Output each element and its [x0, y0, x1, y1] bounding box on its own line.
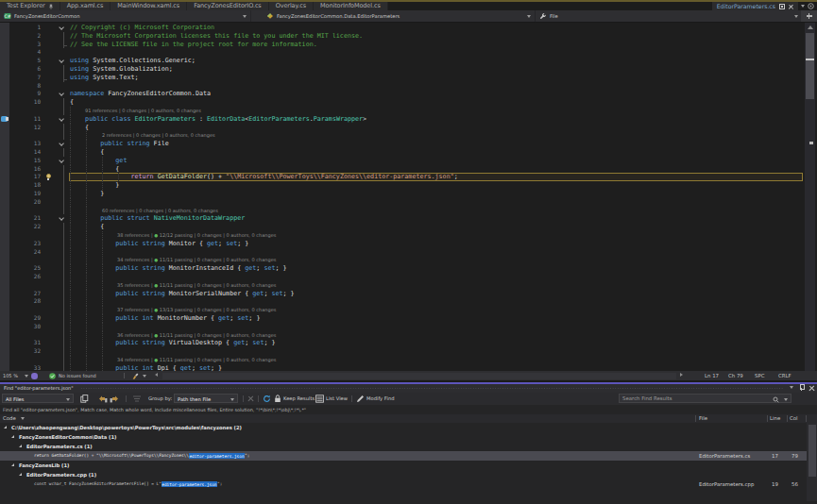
find-result-group-row[interactable]: C:\Users\zhaopengwang\Desktop\powertoys\…	[0, 423, 807, 432]
tab-monitorinfomodel-cs[interactable]: MonitorInfoModel.cs	[314, 2, 388, 10]
next-location-icon[interactable]	[110, 395, 119, 403]
column-line[interactable]: Line	[770, 414, 780, 424]
hscroll-left-arrow-icon[interactable]	[155, 373, 158, 377]
pin-icon[interactable]	[799, 384, 804, 391]
code-cleanup-chevron-icon[interactable]	[143, 375, 146, 378]
codelens-row[interactable]: 38 references | ● 12/12 passing | 0 chan…	[0, 231, 805, 240]
cancel-search-icon[interactable]	[248, 396, 253, 401]
split-window-button[interactable]	[801, 10, 817, 22]
column-code[interactable]: Code	[3, 414, 16, 424]
lightbulb-icon[interactable]	[45, 174, 51, 180]
no-issues-check-icon[interactable]	[49, 373, 56, 379]
keep-results-label[interactable]: Keep Results	[283, 393, 315, 405]
results-vertical-scrollbar[interactable]	[807, 423, 817, 501]
modify-find-pencil-icon[interactable]	[356, 395, 365, 403]
status-spaces-indicator[interactable]: SPC	[755, 371, 764, 380]
outlining-collapse-chevron-icon[interactable]	[60, 142, 63, 145]
hscroll-right-arrow-icon[interactable]	[680, 373, 683, 377]
code-line-4: 4	[0, 48, 805, 57]
column-col[interactable]: Col	[790, 414, 798, 424]
find-panel-title: Find "editor-parameters.json"	[4, 384, 73, 393]
find-result-group-row[interactable]: EditorParameters.cs (1)	[0, 442, 807, 451]
status-line-number[interactable]: Ln 17	[705, 371, 719, 380]
find-result-group-row[interactable]: FancyZonesEditorCommon\Data (1)	[0, 432, 807, 442]
codelens-row[interactable]: 37 references | ● 13/13 passing | 0 chan…	[0, 306, 805, 314]
outlining-collapse-chevron-icon[interactable]	[60, 216, 63, 220]
tab-overlay-cs[interactable]: Overlay.cs	[269, 2, 314, 10]
close-tab-icon[interactable]	[789, 4, 792, 8]
tab-editorparameters-preview[interactable]: EditorParameters.cs	[712, 2, 798, 10]
search-options-chevron-icon[interactable]	[784, 398, 788, 401]
codelens-row[interactable]: 35 references | ● 11/11 passing | 0 chan…	[0, 281, 805, 290]
files-filter-combo[interactable]: All Files	[2, 394, 74, 403]
zoom-chevron-icon[interactable]	[25, 375, 28, 378]
project-dropdown[interactable]: C# FancyZonesEditorCommon	[0, 10, 251, 22]
codelens-row[interactable]: 91 references | 0 changes | 0 authors, 0…	[0, 107, 805, 115]
codelens-text: 91 references | 0 changes | 0 authors, 0…	[85, 107, 201, 115]
tab-app-xaml-cs[interactable]: App.xaml.cs	[60, 2, 111, 10]
find-result-group-row[interactable]: EditorParameters.cpp (1)	[0, 470, 807, 479]
keep-open-icon[interactable]	[779, 4, 785, 9]
type-dropdown[interactable]: FancyZonesEditorCommon.Data.EditorParame…	[251, 10, 536, 22]
match-text: editor-parameters.json	[189, 453, 245, 459]
code-text: public struct NativeMonitorDataWrapper	[70, 214, 245, 223]
results-column-header: Code File Line Col	[0, 414, 817, 424]
tree-expanded-arrow-icon[interactable]	[19, 473, 22, 476]
outlining-collapse-chevron-icon[interactable]	[60, 25, 63, 29]
column-code-chevron-icon[interactable]	[21, 417, 25, 420]
token-pl: Monitor {	[165, 240, 207, 247]
code-cleanup-broom-icon[interactable]	[132, 373, 140, 380]
status-line-ending[interactable]: CRLF	[778, 371, 791, 380]
close-panel-icon[interactable]	[809, 385, 814, 390]
find-result-match-row[interactable]: const wchar_t FancyZonesEditorParameters…	[0, 479, 807, 489]
find-result-group-row[interactable]: FancyZonesLib (1)	[0, 461, 807, 470]
pinned-tab-pin-icon[interactable]	[49, 4, 53, 9]
outlining-collapse-chevron-icon[interactable]	[60, 92, 63, 95]
member-dropdown[interactable]: File	[536, 10, 817, 22]
results-scrollbar-thumb[interactable]	[808, 425, 816, 477]
tab-mainwindow-xaml-cs[interactable]: MainWindow.xaml.cs	[111, 2, 187, 10]
column-file[interactable]: File	[699, 414, 707, 424]
refresh-icon[interactable]	[263, 395, 271, 403]
codelens-row[interactable]: 34 references | ● 11/11 passing | 0 chan…	[0, 256, 805, 264]
copy-icon[interactable]	[80, 395, 89, 403]
group-by-combo[interactable]: Path then File	[174, 394, 238, 403]
health-indicator-icon[interactable]	[31, 373, 38, 379]
tree-expanded-arrow-icon[interactable]	[4, 426, 7, 428]
find-result-match-row[interactable]: return GetDataFolder() + "\\Microsoft\\P…	[0, 451, 807, 461]
tree-expanded-arrow-icon[interactable]	[19, 445, 22, 447]
tab-test-explorer[interactable]: Test Explorer	[0, 2, 60, 10]
options-circle-icon[interactable]	[808, 3, 814, 9]
codelens-row[interactable]: 34 references | ● 11/11 passing | 0 chan…	[0, 356, 805, 364]
tab-fancyzoneseditorio-cs[interactable]: FancyZonesEditorIO.cs	[187, 2, 269, 10]
status-column-number[interactable]: Ch 79	[728, 371, 743, 380]
list-view-icon[interactable]	[315, 395, 324, 403]
zoom-level[interactable]: 105 %	[3, 371, 18, 380]
codelens-row[interactable]: 2 references | 0 changes | 0 authors, 0 …	[0, 131, 805, 140]
token-ty: EditorParameters	[134, 115, 195, 123]
tree-expanded-arrow-icon[interactable]	[11, 463, 14, 466]
list-view-label[interactable]: List View	[326, 393, 348, 405]
keep-results-lock-icon[interactable]	[274, 395, 281, 403]
scroll-up-arrow-icon[interactable]	[808, 25, 813, 29]
find-panel-titlebar[interactable]: Find "editor-parameters.json"	[0, 384, 817, 393]
outlining-collapse-chevron-icon[interactable]	[60, 117, 63, 121]
hscrollbar-thumb[interactable]	[162, 373, 676, 379]
indent-guide	[70, 207, 71, 215]
codelens-row[interactable]: 60 references | 0 changes | 0 authors, 0…	[0, 207, 805, 215]
code-editor[interactable]: 1// Copyright (c) Microsoft Corporation2…	[0, 23, 817, 371]
document-list-chevron-icon[interactable]	[801, 5, 805, 8]
issues-status-text[interactable]: No issues found	[59, 371, 96, 380]
search-find-results-input[interactable]: Search Find Results	[619, 394, 791, 403]
previous-location-icon[interactable]	[98, 395, 108, 403]
outlining-collapse-chevron-icon[interactable]	[60, 59, 63, 62]
editor-vertical-scrollbar[interactable]	[805, 23, 815, 371]
outlining-collapse-chevron-icon[interactable]	[60, 159, 63, 162]
clear-results-icon[interactable]	[132, 395, 142, 403]
token-pl	[70, 264, 115, 272]
window-position-chevron-icon[interactable]	[790, 386, 793, 389]
editor-scrollbar-thumb[interactable]	[806, 33, 814, 99]
tree-expanded-arrow-icon[interactable]	[11, 435, 14, 438]
codelens-row[interactable]: 36 references | ● 11/11 passing | 0 chan…	[0, 331, 805, 340]
modify-find-label[interactable]: Modify Find	[366, 393, 394, 405]
